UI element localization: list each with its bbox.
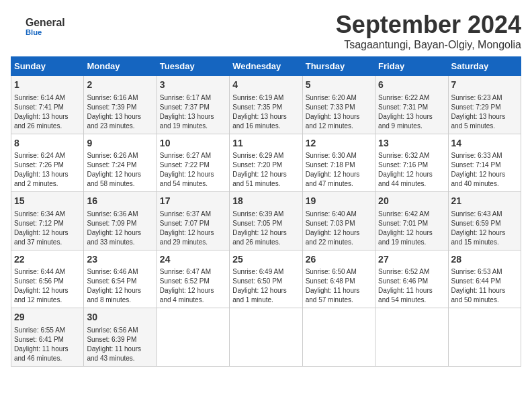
day-number: 3: [160, 79, 226, 92]
day-number: 27: [378, 253, 445, 267]
calendar-day-cell: [375, 308, 448, 367]
day-info: Sunrise: 6:40 AM Sunset: 7:03 PM Dayligh…: [306, 210, 372, 247]
day-number: 4: [232, 79, 299, 92]
logo: General Blue: [11, 11, 64, 35]
calendar-day-cell: 25Sunrise: 6:49 AM Sunset: 6:50 PM Dayli…: [230, 250, 302, 308]
day-number: 13: [378, 137, 445, 150]
day-info: Sunrise: 6:49 AM Sunset: 6:50 PM Dayligh…: [232, 267, 299, 305]
calendar-day-cell: 7Sunrise: 6:23 AM Sunset: 7:29 PM Daylig…: [448, 76, 521, 134]
calendar-header-row: SundayMondayTuesdayWednesdayThursdayFrid…: [11, 57, 521, 76]
day-info: Sunrise: 6:19 AM Sunset: 7:35 PM Dayligh…: [232, 93, 299, 131]
subtitle: Tsagaantungi, Bayan-Olgiy, Mongolia: [336, 39, 521, 51]
calendar-day-cell: 17Sunrise: 6:37 AM Sunset: 7:07 PM Dayli…: [157, 192, 229, 250]
day-info: Sunrise: 6:42 AM Sunset: 7:01 PM Dayligh…: [378, 210, 445, 247]
calendar-day-cell: 3Sunrise: 6:17 AM Sunset: 7:37 PM Daylig…: [157, 76, 229, 134]
day-info: Sunrise: 6:32 AM Sunset: 7:16 PM Dayligh…: [378, 151, 445, 189]
calendar-day-cell: 2Sunrise: 6:16 AM Sunset: 7:39 PM Daylig…: [84, 76, 157, 134]
day-info: Sunrise: 6:47 AM Sunset: 6:52 PM Dayligh…: [160, 267, 226, 305]
day-number: 19: [306, 195, 372, 208]
day-info: Sunrise: 6:17 AM Sunset: 7:37 PM Dayligh…: [160, 93, 226, 131]
day-number: 1: [14, 79, 81, 92]
day-number: 16: [87, 195, 153, 208]
calendar-day-cell: [230, 308, 302, 367]
header-monday: Monday: [84, 57, 157, 76]
day-info: Sunrise: 6:14 AM Sunset: 7:41 PM Dayligh…: [14, 93, 81, 131]
day-number: 22: [14, 253, 81, 267]
calendar-day-cell: 12Sunrise: 6:30 AM Sunset: 7:18 PM Dayli…: [302, 134, 375, 192]
day-number: 6: [378, 79, 445, 92]
day-number: 20: [378, 195, 445, 208]
calendar-day-cell: 26Sunrise: 6:50 AM Sunset: 6:48 PM Dayli…: [302, 250, 375, 308]
day-number: 15: [14, 195, 81, 208]
day-info: Sunrise: 6:24 AM Sunset: 7:26 PM Dayligh…: [14, 151, 81, 189]
calendar-day-cell: 16Sunrise: 6:36 AM Sunset: 7:09 PM Dayli…: [84, 192, 157, 250]
calendar-day-cell: 21Sunrise: 6:43 AM Sunset: 6:59 PM Dayli…: [448, 192, 521, 250]
day-info: Sunrise: 6:43 AM Sunset: 6:59 PM Dayligh…: [451, 210, 518, 247]
calendar-day-cell: 6Sunrise: 6:22 AM Sunset: 7:31 PM Daylig…: [375, 76, 448, 134]
day-info: Sunrise: 6:20 AM Sunset: 7:33 PM Dayligh…: [306, 93, 372, 131]
calendar-week-row: 1Sunrise: 6:14 AM Sunset: 7:41 PM Daylig…: [11, 76, 521, 134]
calendar-day-cell: 24Sunrise: 6:47 AM Sunset: 6:52 PM Dayli…: [157, 250, 229, 308]
day-number: 8: [14, 137, 81, 150]
day-number: 11: [232, 137, 299, 150]
calendar-week-row: 15Sunrise: 6:34 AM Sunset: 7:12 PM Dayli…: [11, 192, 521, 250]
day-number: 12: [306, 137, 372, 150]
day-number: 29: [14, 311, 81, 324]
calendar-week-row: 22Sunrise: 6:44 AM Sunset: 6:56 PM Dayli…: [11, 250, 521, 308]
calendar-day-cell: 27Sunrise: 6:52 AM Sunset: 6:46 PM Dayli…: [375, 250, 448, 308]
calendar-day-cell: 28Sunrise: 6:53 AM Sunset: 6:44 PM Dayli…: [448, 250, 521, 308]
calendar-day-cell: 5Sunrise: 6:20 AM Sunset: 7:33 PM Daylig…: [302, 76, 375, 134]
day-number: 9: [87, 137, 153, 150]
calendar-day-cell: [157, 308, 229, 367]
main-title: September 2024: [336, 11, 521, 39]
header-friday: Friday: [375, 57, 448, 76]
calendar-day-cell: 22Sunrise: 6:44 AM Sunset: 6:56 PM Dayli…: [11, 250, 84, 308]
calendar-week-row: 8Sunrise: 6:24 AM Sunset: 7:26 PM Daylig…: [11, 134, 521, 192]
calendar-day-cell: 14Sunrise: 6:33 AM Sunset: 7:14 PM Dayli…: [448, 134, 521, 192]
calendar-week-row: 29Sunrise: 6:55 AM Sunset: 6:41 PM Dayli…: [11, 308, 521, 367]
day-info: Sunrise: 6:46 AM Sunset: 6:54 PM Dayligh…: [87, 267, 153, 305]
day-number: 24: [160, 253, 226, 267]
day-info: Sunrise: 6:36 AM Sunset: 7:09 PM Dayligh…: [87, 210, 153, 247]
calendar-day-cell: 29Sunrise: 6:55 AM Sunset: 6:41 PM Dayli…: [11, 308, 84, 367]
day-info: Sunrise: 6:44 AM Sunset: 6:56 PM Dayligh…: [14, 267, 81, 305]
day-info: Sunrise: 6:33 AM Sunset: 7:14 PM Dayligh…: [451, 151, 518, 189]
day-number: 23: [87, 253, 153, 267]
day-number: 10: [160, 137, 226, 150]
day-info: Sunrise: 6:34 AM Sunset: 7:12 PM Dayligh…: [14, 210, 81, 247]
header-thursday: Thursday: [302, 57, 375, 76]
logo-icon: General Blue: [11, 11, 64, 35]
day-info: Sunrise: 6:56 AM Sunset: 6:39 PM Dayligh…: [87, 326, 153, 363]
day-number: 26: [306, 253, 372, 267]
day-info: Sunrise: 6:30 AM Sunset: 7:18 PM Dayligh…: [306, 151, 372, 189]
calendar-day-cell: 15Sunrise: 6:34 AM Sunset: 7:12 PM Dayli…: [11, 192, 84, 250]
day-info: Sunrise: 6:16 AM Sunset: 7:39 PM Dayligh…: [87, 93, 153, 131]
day-number: 25: [232, 253, 299, 267]
page-header: General Blue September 2024 Tsagaantungi…: [11, 11, 521, 51]
day-info: Sunrise: 6:52 AM Sunset: 6:46 PM Dayligh…: [378, 267, 445, 305]
day-number: 14: [451, 137, 518, 150]
calendar-day-cell: [448, 308, 521, 367]
day-info: Sunrise: 6:27 AM Sunset: 7:22 PM Dayligh…: [160, 151, 226, 189]
svg-text:General: General: [26, 17, 64, 28]
day-number: 28: [451, 253, 518, 267]
calendar-day-cell: 10Sunrise: 6:27 AM Sunset: 7:22 PM Dayli…: [157, 134, 229, 192]
calendar-day-cell: 9Sunrise: 6:26 AM Sunset: 7:24 PM Daylig…: [84, 134, 157, 192]
day-info: Sunrise: 6:37 AM Sunset: 7:07 PM Dayligh…: [160, 210, 226, 247]
calendar-day-cell: 8Sunrise: 6:24 AM Sunset: 7:26 PM Daylig…: [11, 134, 84, 192]
day-number: 18: [232, 195, 299, 208]
calendar-day-cell: 18Sunrise: 6:39 AM Sunset: 7:05 PM Dayli…: [230, 192, 302, 250]
calendar-table: SundayMondayTuesdayWednesdayThursdayFrid…: [11, 56, 521, 367]
title-section: September 2024 Tsagaantungi, Bayan-Olgiy…: [336, 11, 521, 51]
calendar-day-cell: 19Sunrise: 6:40 AM Sunset: 7:03 PM Dayli…: [302, 192, 375, 250]
day-info: Sunrise: 6:50 AM Sunset: 6:48 PM Dayligh…: [306, 267, 372, 305]
calendar-day-cell: 11Sunrise: 6:29 AM Sunset: 7:20 PM Dayli…: [230, 134, 302, 192]
day-number: 2: [87, 79, 153, 92]
day-number: 7: [451, 79, 518, 92]
calendar-day-cell: 23Sunrise: 6:46 AM Sunset: 6:54 PM Dayli…: [84, 250, 157, 308]
header-wednesday: Wednesday: [230, 57, 302, 76]
calendar-day-cell: 30Sunrise: 6:56 AM Sunset: 6:39 PM Dayli…: [84, 308, 157, 367]
day-number: 21: [451, 195, 518, 208]
day-info: Sunrise: 6:53 AM Sunset: 6:44 PM Dayligh…: [451, 267, 518, 305]
day-number: 17: [160, 195, 226, 208]
